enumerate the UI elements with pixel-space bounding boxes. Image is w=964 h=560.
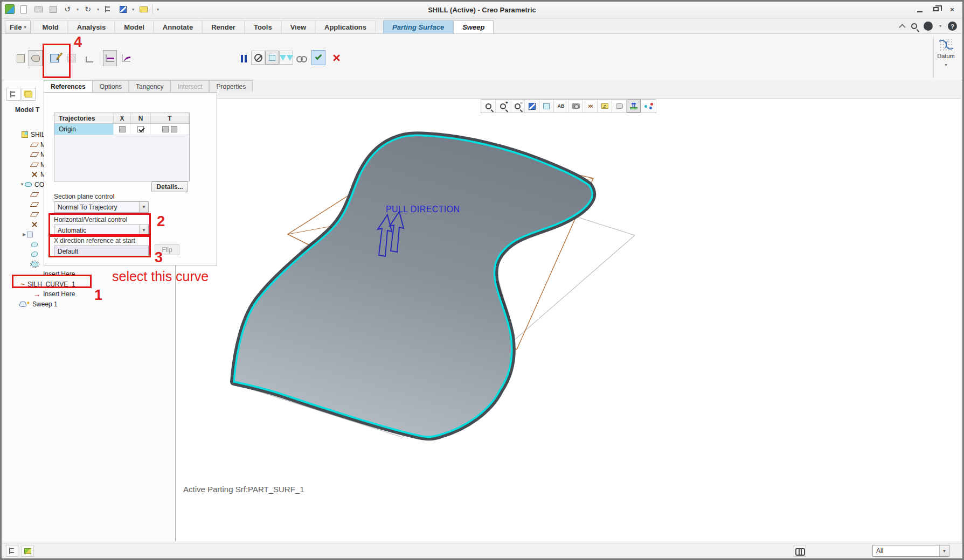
sweep-feature-icon [19, 302, 26, 307]
swept-surface[interactable] [234, 135, 592, 437]
restore-button[interactable] [931, 5, 941, 13]
section-plane-dropdown[interactable]: Normal To Trajectory ▼ [54, 201, 149, 213]
folder-browser-tab[interactable] [22, 88, 36, 101]
expand-open-icon[interactable]: ▼ [19, 182, 25, 187]
model-tree-tab[interactable] [6, 88, 20, 101]
verify-button[interactable] [295, 52, 309, 66]
selection-filter-dropdown[interactable]: All ▼ [872, 545, 949, 557]
cancel-button[interactable] [329, 51, 343, 65]
geometry-preview-button[interactable] [279, 51, 293, 65]
plane-tag-icon: Z [601, 103, 608, 109]
tab-parting-surface[interactable]: Parting Surface [383, 20, 453, 33]
tab-applications[interactable]: Applications [315, 20, 376, 33]
filter-arrow-icon[interactable]: ▼ [939, 545, 949, 556]
file-caret-icon: ▾ [24, 25, 26, 30]
3d-model-view[interactable] [176, 99, 964, 545]
n-cell [131, 124, 151, 135]
surface-icon [31, 55, 40, 62]
graph-nodes-icon [644, 103, 653, 109]
tree-item-sweep[interactable]: *Sweep 1 [3, 299, 175, 310]
datum-icon[interactable] [939, 38, 953, 51]
annotation-display-button[interactable]: AB [554, 100, 568, 113]
no-preview-icon [254, 54, 262, 62]
active-parting-surface-text: Active Parting Srf:PART_SURF_1 [183, 485, 304, 494]
sweep-dashboard-ribbon: Datum ▾ [2, 34, 962, 80]
tab-properties[interactable]: Properties [209, 80, 253, 92]
repaint-icon [529, 103, 536, 110]
graphics-canvas[interactable]: + − AB ×× Z ⇈ [176, 99, 961, 541]
saved-views-button[interactable] [568, 100, 583, 113]
in-graphics-toolbar: + − AB ×× Z ⇈ [481, 99, 656, 113]
app-window: ↺ ▾ ↻ ▾ ▾ ▾ SHILL (Active) - Creo Parame… [0, 0, 964, 560]
tab-annotate[interactable]: Annotate [154, 20, 202, 33]
part-icon [22, 131, 28, 138]
dropdown-arrow-icon[interactable]: ▼ [139, 202, 148, 212]
tab-sweep[interactable]: Sweep [453, 20, 494, 33]
find-button[interactable] [794, 545, 806, 557]
no-preview-button[interactable] [251, 51, 265, 65]
tab-references[interactable]: References [44, 80, 93, 92]
pause-icon [241, 55, 247, 62]
zoom-in-button[interactable]: + [496, 100, 510, 113]
folders-icon [25, 92, 32, 97]
section-plane-value: Normal To Trajectory [54, 204, 139, 211]
sweep-solid-button[interactable] [13, 51, 27, 65]
constant-section-button[interactable] [103, 50, 117, 66]
datum-display-icon: ×× [588, 103, 592, 109]
annotation-box-2 [48, 213, 151, 236]
learning-dropdown[interactable]: ▾ [939, 24, 941, 29]
tab-analysis[interactable]: Analysis [68, 20, 115, 33]
wireframe-preview-button[interactable] [265, 51, 279, 65]
repaint-button[interactable] [525, 100, 539, 113]
expand-closed-icon[interactable]: ▶ [22, 232, 27, 237]
display-style-button[interactable] [539, 100, 554, 113]
tree-insert-here-2[interactable]: →Insert Here [3, 289, 175, 299]
tab-tools[interactable]: Tools [245, 20, 281, 33]
tab-view[interactable]: View [281, 20, 315, 33]
box-icon [27, 232, 33, 237]
geometry-preview-icon [280, 55, 293, 61]
col-x: X [114, 113, 131, 123]
layer-display-button[interactable] [22, 545, 34, 557]
spin-center-icon [616, 103, 623, 109]
file-menu-button[interactable]: File ▾ [5, 20, 31, 33]
datum-dropdown[interactable]: ▾ [945, 62, 947, 67]
highlighted-boundary-curve[interactable] [234, 135, 592, 437]
n-checkbox[interactable] [137, 126, 144, 132]
model-graph-button[interactable] [641, 100, 656, 113]
zoom-out-button[interactable]: − [510, 100, 525, 113]
refit-icon [486, 103, 491, 109]
search-icon[interactable] [911, 23, 917, 29]
ok-button[interactable] [311, 50, 325, 65]
close-button[interactable]: × [947, 5, 957, 13]
status-left-buttons [6, 545, 34, 557]
plane-tag-display-button[interactable]: Z [598, 100, 612, 113]
learning-connector-icon[interactable] [924, 22, 933, 31]
pull-direction-display-button[interactable]: ⇈ [627, 100, 641, 113]
new-feature-star-icon: * [27, 300, 30, 308]
tab-tangency[interactable]: Tangency [129, 80, 170, 92]
display-style-icon [543, 103, 550, 109]
file-menu-label: File [10, 23, 22, 31]
datum-display-button[interactable]: ×× [583, 100, 598, 113]
toggle-tree-button[interactable] [6, 545, 18, 557]
tab-mold[interactable]: Mold [33, 20, 67, 33]
sweep-surface-button[interactable] [29, 50, 43, 66]
tab-render[interactable]: Render [202, 20, 245, 33]
pause-button[interactable] [237, 52, 251, 66]
tab-model[interactable]: Model [115, 20, 154, 33]
trajectory-row-origin[interactable]: Origin [54, 124, 189, 135]
plane-icon [30, 212, 39, 216]
tab-options[interactable]: Options [93, 80, 129, 92]
refit-button[interactable] [481, 100, 496, 113]
help-icon[interactable]: ? [948, 22, 957, 31]
variable-section-button[interactable] [119, 51, 133, 65]
trajectory-name[interactable]: Origin [54, 124, 114, 135]
t-checkbox-1 [162, 126, 169, 132]
details-button[interactable]: Details... [151, 181, 188, 192]
minimize-ribbon-icon[interactable] [899, 24, 906, 31]
spin-center-button[interactable] [612, 100, 627, 113]
minimize-button[interactable] [915, 5, 925, 13]
section-plane-button[interactable] [82, 52, 96, 66]
trajectories-table: Trajectories X N T Origin [54, 113, 190, 181]
